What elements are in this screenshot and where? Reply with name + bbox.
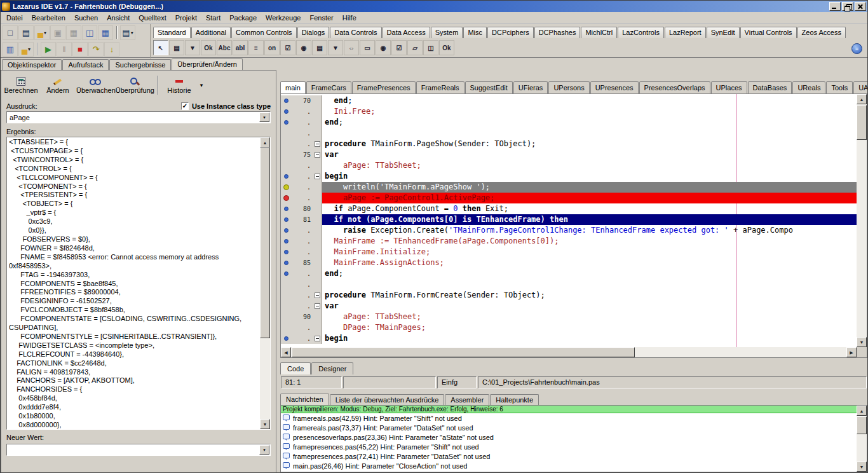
scroll-down-button[interactable] (857, 337, 867, 347)
label-component-icon[interactable]: Abc (217, 40, 232, 55)
groupbox-component-icon[interactable]: ▭ (360, 40, 375, 55)
actionlist-component-icon[interactable]: Ok (439, 40, 454, 55)
minimize-button[interactable] (829, 2, 841, 11)
editor-tab-upresences[interactable]: UPresences (590, 81, 639, 93)
code-line[interactable]: . DPage: TMainPages; (281, 322, 857, 333)
pause-button[interactable]: ‖ (57, 42, 72, 57)
code-line[interactable]: .var (281, 301, 857, 312)
palette-tab-misc[interactable]: Misc (463, 27, 487, 38)
code-line[interactable]: . (281, 279, 857, 290)
palette-tab-additional[interactable]: Additional (191, 27, 231, 38)
message-row[interactable]: framereals.pas(73,37) Hint: Parameter "D… (281, 423, 857, 432)
messages-tab-assembler[interactable]: Assembler (445, 394, 489, 405)
panel-component-icon[interactable]: ▱ (407, 40, 423, 55)
tab-überprüfen-ändern[interactable]: Überprüfen/Ändern (172, 58, 243, 70)
fold-collapse-icon[interactable] (315, 336, 320, 341)
code-line[interactable]: 70 end; (281, 95, 857, 106)
button-component-icon[interactable]: Ok (201, 40, 216, 55)
restore-button[interactable] (842, 2, 853, 11)
menu-ansicht[interactable]: Ansicht (102, 13, 134, 23)
code-line[interactable]: . writeln('TMainForm.aPageShow '); (281, 182, 857, 193)
checkgroup-component-icon[interactable]: ☑ (391, 40, 407, 55)
palette-tab-synedit[interactable]: SynEdit (707, 27, 740, 38)
scrollbar-thumb[interactable] (292, 347, 635, 357)
new-value-dropdown-button[interactable] (259, 445, 269, 455)
togglebox-component-icon[interactable]: on (264, 40, 280, 55)
save-all-button[interactable]: ▦ (66, 25, 81, 40)
scroll-up-button[interactable] (260, 137, 270, 147)
view-forms-button[interactable]: ▦ (98, 25, 113, 40)
editor-tab-tools[interactable]: Tools (826, 81, 853, 93)
menu-projekt[interactable]: Projekt (171, 13, 201, 23)
scroll-down-button[interactable] (857, 462, 867, 472)
checkbox-component-icon[interactable]: ☑ (280, 40, 295, 55)
tab-code[interactable]: Code (280, 362, 311, 374)
palette-tab-virtual-controls[interactable]: Virtual Controls (740, 27, 797, 38)
listbox-component-icon[interactable]: ▤ (312, 40, 327, 55)
history-button[interactable]: Historie (161, 73, 198, 97)
new-unit-button[interactable]: □ (3, 25, 18, 40)
palette-tab-standard[interactable]: Standard (153, 27, 191, 38)
messages-tab-liste-der-überwachten-ausdrücke[interactable]: Liste der überwachten Ausdrücke (330, 394, 445, 405)
close-button[interactable] (855, 2, 866, 11)
palette-tab-zeos-access[interactable]: Zeos Access (797, 27, 846, 38)
editor-tab-framepresences[interactable]: FramePresences (352, 81, 416, 93)
scroll-up-button[interactable] (857, 406, 867, 416)
code-line[interactable]: . MainFrame.Initialize; (281, 247, 857, 257)
modify-button[interactable]: Ändern (39, 73, 76, 97)
code-line[interactable]: . (281, 128, 857, 139)
code-line[interactable]: .end; (281, 117, 857, 128)
palette-tab-dcphashes[interactable]: DCPhashes (534, 27, 581, 38)
scrollbar-thumb[interactable] (857, 416, 867, 434)
editor-hscrollbar[interactable] (281, 347, 857, 357)
tab-suchergebnisse[interactable]: Suchergebnisse (109, 59, 171, 70)
editor-tab-uplaces[interactable]: UPlaces (711, 81, 747, 93)
use-instance-checkbox[interactable] (181, 102, 189, 110)
title-bar[interactable]: Lazarus IDE v1.7 - Fahrtenbuch (Debuggen… (1, 1, 867, 12)
compile-success-message[interactable]: Projekt kompilieren: Modus: Debug, Ziel:… (281, 406, 857, 413)
scrollbar-thumb[interactable] (857, 105, 867, 140)
editor-tab-main[interactable]: main (280, 81, 306, 93)
watch-button[interactable]: Überwachen (76, 73, 116, 97)
code-line[interactable]: . MainFrame := TEnhancedFrame(aPage.Comp… (281, 236, 857, 247)
code-line[interactable]: . Ini.Free; (281, 106, 857, 117)
view-units-button[interactable]: ▤ (18, 25, 34, 40)
code-line[interactable]: .procedure TMainForm.PageShow(Sender: TO… (281, 139, 857, 149)
palette-tab-dcpciphers[interactable]: DCPciphers (487, 27, 534, 38)
toggle-form-unit-button[interactable]: ◫ (82, 25, 97, 40)
code-line[interactable]: .procedure TMainForm.FormCreate(Sender: … (281, 290, 857, 301)
tab-aufrufstack[interactable]: Aufrufstack (62, 59, 109, 70)
breakpoint-icon[interactable] (283, 195, 289, 201)
palette-tab-dialogs[interactable]: Dialogs (297, 27, 330, 38)
step-over-button[interactable]: ↷ (88, 42, 104, 57)
result-scrollbar[interactable] (260, 137, 270, 429)
code-line[interactable]: . aPage: TTabSheet; (281, 160, 857, 171)
editor-tab-upersons[interactable]: UPersons (548, 81, 589, 93)
build-mode-button[interactable]: ▤ (120, 25, 135, 40)
result-box[interactable]: <TTABSHEET> = { <TCUSTOMPAGE> = { <TWINC… (6, 137, 271, 430)
message-row[interactable]: presencesoverlaps.pas(23,36) Hint: Param… (281, 432, 857, 442)
tab-designer[interactable]: Designer (311, 362, 353, 374)
message-row[interactable]: framereals.pas(42,59) Hint: Parameter "S… (281, 413, 857, 423)
messages-tab-haltepunkte[interactable]: Haltepunkte (490, 394, 539, 405)
palette-tab-common-controls[interactable]: Common Controls (231, 27, 297, 38)
message-row[interactable]: main.pas(26,46) Hint: Parameter "CloseAc… (281, 461, 857, 470)
step-into-button[interactable]: ↓ (104, 42, 119, 57)
popupmenu-component-icon[interactable]: ▼ (185, 40, 200, 55)
menu-werkzeuge[interactable]: Werkzeuge (261, 13, 305, 23)
message-row[interactable]: framepresences.pas(72,41) Hint: Paramete… (281, 451, 857, 461)
code-line[interactable]: .begin (281, 333, 857, 344)
scroll-right-button[interactable] (846, 347, 857, 357)
editor-tab-ureals[interactable]: UReals (792, 81, 825, 93)
code-line[interactable]: . raise Exception.Create('TMainForm.Page… (281, 225, 857, 236)
history-dropdown-button[interactable] (198, 76, 205, 95)
editor-tab-databases[interactable]: DataBases (748, 81, 792, 93)
menu-fenster[interactable]: Fenster (305, 13, 337, 23)
message-row[interactable]: framepresences.pas(45,22) Hint: Paramete… (281, 442, 857, 451)
radiogroup-component-icon[interactable]: ◉ (376, 40, 391, 55)
menu-datei[interactable]: Datei (2, 13, 27, 23)
code-line[interactable]: .end; (281, 268, 857, 279)
menu-bearbeiten[interactable]: Bearbeiten (27, 13, 70, 23)
menu-quelltext[interactable]: Quelltext (134, 13, 170, 23)
code-line[interactable]: 85 MainFrame.AssignActions; (281, 257, 857, 268)
